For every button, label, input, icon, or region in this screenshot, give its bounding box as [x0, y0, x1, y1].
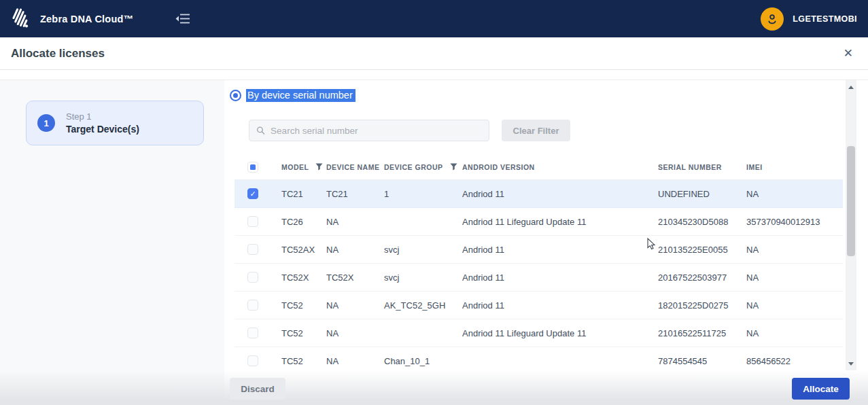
- table-row[interactable]: TC52XTC52XsvcjAndriod 1120167522503977NA: [235, 264, 843, 292]
- row-checkbox[interactable]: [235, 328, 271, 338]
- row-checkbox-box[interactable]: [247, 355, 258, 366]
- top-navbar: Zebra DNA Cloud™ LGETESTMOBI: [0, 0, 868, 37]
- cell-imei: 357370940012913: [746, 217, 843, 227]
- cell-imei: 856456522: [746, 356, 843, 366]
- scrollbar-thumb[interactable]: [847, 146, 855, 256]
- clear-filter-button[interactable]: Clear Filter: [502, 120, 570, 141]
- column-header-device-name: DEVICE NAME: [326, 163, 379, 171]
- cell-device-name: NA: [326, 217, 384, 227]
- cell-device-name: NA: [326, 300, 384, 311]
- cell-imei: NA: [746, 328, 843, 338]
- scroll-down-arrow-icon[interactable]: [846, 359, 856, 368]
- cell-imei: NA: [746, 300, 843, 311]
- allocate-button[interactable]: Allocate: [792, 378, 850, 400]
- modal-header: Allocate licenses ✕: [0, 37, 868, 70]
- cell-device-group: 1: [384, 189, 462, 199]
- column-header-serial-number: SERIAL NUMBER: [658, 163, 722, 171]
- cell-serial-number: 210345230D5088: [658, 217, 746, 227]
- username-label: LGETESTMOBI: [793, 14, 857, 24]
- wizard-step-1[interactable]: 1 Step 1 Target Device(s): [26, 101, 204, 145]
- row-checkbox-box[interactable]: [247, 216, 258, 227]
- cell-model: TC52: [271, 300, 326, 311]
- cell-device-name: NA: [326, 245, 384, 255]
- cell-model: TC52: [271, 356, 326, 366]
- filter-mode-radio-row: By device serial number: [230, 89, 355, 102]
- cell-model: TC26: [271, 217, 326, 227]
- table-row[interactable]: TC52AXNAsvcjAndriod 11210135225E0055NA: [235, 236, 843, 264]
- cell-serial-number: 182015225D0275: [658, 300, 746, 311]
- serial-search-box[interactable]: [249, 120, 489, 141]
- select-all-checkbox[interactable]: [247, 162, 258, 173]
- cell-android-version: Andriod 11 Lifeguard Update 11: [462, 328, 658, 338]
- cell-device-group: svcj: [384, 272, 462, 283]
- row-checkbox[interactable]: [235, 272, 271, 283]
- vertical-scrollbar[interactable]: [846, 80, 856, 370]
- row-checkbox-box[interactable]: [247, 300, 258, 311]
- brand-title: Zebra DNA Cloud™: [40, 14, 133, 24]
- cell-serial-number: 20167522503977: [658, 272, 746, 283]
- cell-device-group: svcj: [384, 245, 462, 255]
- row-checkbox[interactable]: [235, 355, 271, 366]
- cell-serial-number: 7874554545: [658, 356, 746, 366]
- device-table: MODEL DEVICE NAME DEVICE GROUP ANDROID V…: [235, 154, 843, 370]
- row-checkbox-box[interactable]: [247, 272, 258, 283]
- column-header-imei: IMEI: [746, 163, 763, 171]
- cell-model: TC52AX: [271, 245, 326, 255]
- search-input[interactable]: [271, 126, 482, 136]
- row-checkbox[interactable]: ✓: [235, 188, 271, 199]
- cell-serial-number: 21016522511725: [658, 328, 746, 338]
- radio-by-serial-number[interactable]: [230, 90, 241, 101]
- cell-android-version: Andriod 11 Lifeguard Update 11: [462, 217, 658, 227]
- menu-open-icon: [175, 13, 190, 24]
- scroll-up-arrow-icon[interactable]: [846, 82, 856, 92]
- person-icon: [765, 12, 779, 26]
- zebra-logo-icon: [11, 8, 31, 30]
- cell-device-group: Chan_10_1: [384, 356, 462, 366]
- user-avatar[interactable]: [761, 7, 784, 31]
- cell-imei: NA: [746, 189, 843, 199]
- cell-model: TC52X: [271, 272, 326, 283]
- step-label: Step 1: [66, 111, 139, 122]
- discard-button[interactable]: Discard: [230, 378, 285, 400]
- row-checkbox-box[interactable]: ✓: [247, 188, 258, 199]
- cell-device-group: AK_TC52_5GH: [384, 300, 462, 311]
- table-body: ✓TC21TC211Andriod 11UNDEFINEDNATC26NAAnd…: [235, 180, 843, 370]
- row-checkbox[interactable]: [235, 216, 271, 227]
- table-row[interactable]: ✓TC21TC211Andriod 11UNDEFINEDNA: [235, 180, 843, 208]
- column-header-model: MODEL: [281, 163, 309, 171]
- page-title: Allocate licenses: [11, 47, 105, 60]
- cell-android-version: Andriod 11: [462, 189, 658, 199]
- step-title: Target Device(s): [66, 124, 139, 135]
- table-row[interactable]: TC52NAChan_10_17874554545856456522: [235, 347, 843, 370]
- cell-serial-number: UNDEFINED: [658, 189, 746, 199]
- wizard-sidebar: 1 Step 1 Target Device(s): [0, 80, 224, 405]
- device-group-filter-icon[interactable]: [450, 163, 457, 171]
- cell-device-name: NA: [326, 356, 384, 366]
- device-selection-panel: By device serial number Clear Filter MOD…: [224, 80, 846, 370]
- table-row[interactable]: TC52NAAndriod 11 Lifeguard Update 112101…: [235, 319, 843, 347]
- close-icon[interactable]: ✕: [844, 48, 853, 59]
- row-checkbox[interactable]: [235, 244, 271, 255]
- cell-model: TC52: [271, 328, 326, 338]
- modal-footer: Discard Allocate: [0, 370, 868, 405]
- row-checkbox[interactable]: [235, 300, 271, 311]
- row-checkbox-box[interactable]: [247, 328, 258, 338]
- cell-device-name: TC21: [326, 189, 384, 199]
- cell-serial-number: 210135225E0055: [658, 245, 746, 255]
- row-checkbox-box[interactable]: [247, 244, 258, 255]
- search-icon: [256, 126, 265, 135]
- radio-label: By device serial number: [246, 89, 355, 102]
- table-row[interactable]: TC52NAAK_TC52_5GHAndriod 11182015225D027…: [235, 292, 843, 319]
- cell-imei: NA: [746, 245, 843, 255]
- collapse-menu-button[interactable]: [175, 13, 190, 24]
- cell-imei: NA: [746, 272, 843, 283]
- table-row[interactable]: TC26NAAndriod 11 Lifeguard Update 112103…: [235, 208, 843, 236]
- cell-device-name: TC52X: [326, 272, 384, 283]
- column-header-device-group: DEVICE GROUP: [384, 163, 443, 171]
- step-number-badge: 1: [37, 114, 55, 132]
- column-header-android-version: ANDROID VERSION: [462, 163, 535, 171]
- model-filter-icon[interactable]: [315, 163, 323, 171]
- table-header-row: MODEL DEVICE NAME DEVICE GROUP ANDROID V…: [235, 154, 843, 180]
- cell-android-version: Andriod 11: [462, 300, 658, 311]
- cell-android-version: Andriod 11: [462, 272, 658, 283]
